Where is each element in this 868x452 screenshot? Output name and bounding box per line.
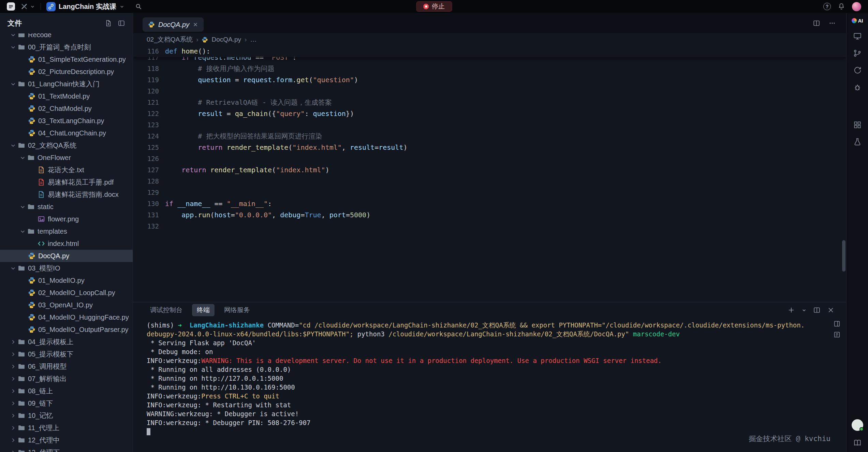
ai-assistant-icon[interactable]: AI [852,18,863,24]
tree-item[interactable]: 13_代理下 [0,446,133,452]
tree-item[interactable]: Recode [0,33,133,41]
code-line[interactable]: 129 [133,187,846,198]
tree-item[interactable]: 09_链下 [0,397,133,409]
panel-tab[interactable]: 调试控制台 [145,304,187,316]
sync-icon[interactable] [853,66,862,75]
tree-item[interactable]: 01_LangChain快速入门 [0,78,133,90]
tree-item[interactable]: OneFlower [0,151,133,164]
close-tab-icon[interactable] [193,22,198,27]
breadcrumb-item[interactable]: 02_文档QA系统 [147,35,193,44]
split-panel-icon[interactable] [813,306,821,314]
code-editor[interactable]: 117 if request.method == "POST":118 # 接收… [133,46,846,302]
app-menu-icon[interactable] [7,2,15,11]
scrollbar-thumb[interactable] [842,240,845,272]
help-icon[interactable]: ? [823,3,831,10]
new-terminal-icon[interactable] [788,306,795,314]
source-control-icon[interactable] [853,49,862,58]
collapse-explorer-icon[interactable] [118,19,125,27]
tree-item[interactable]: 易速鲜花运营指南.docx [0,188,133,201]
code-line[interactable]: 122 result = qa_chain({"query": question… [133,108,846,119]
tree-item[interactable]: 04_ModelIO_HuggingFace.py [0,311,133,323]
notifications-bell-icon[interactable] [838,3,845,10]
open-in-editor-icon[interactable] [833,320,841,327]
tree-item[interactable]: 易速鲜花员工手册.pdf [0,176,133,188]
stop-label: 停止 [432,2,445,11]
new-file-icon[interactable] [105,19,112,27]
tree-item[interactable]: 00_开篇词_奇点时刻 [0,41,133,53]
breadcrumb-item[interactable]: DocQA.py [211,36,241,43]
docs-book-icon[interactable] [853,438,862,447]
tree-item[interactable]: 03_模型IO [0,262,133,274]
user-avatar[interactable] [852,2,861,11]
tree-item[interactable]: 11_代理上 [0,422,133,434]
tree-item[interactable]: 10_记忆 [0,409,133,422]
terminal[interactable]: (shims) ➜ LangChain-shizhanke COMMAND="c… [133,318,846,452]
python-file-icon [148,21,155,28]
code-line[interactable]: 124 # 把大模型的回答结果返回网页进行渲染 [133,131,846,142]
account-avatar[interactable] [852,419,863,431]
code-line[interactable]: 130if __name__ == "__main__": [133,198,846,209]
tree-item[interactable]: 01_ModelIO.py [0,274,133,287]
tree-item[interactable]: DocQA.py [0,250,133,262]
code-line[interactable]: 131 app.run(host="0.0.0.0", debug=True, … [133,209,846,221]
code-line[interactable]: 120 [133,86,846,97]
code-line[interactable]: 119 question = request.form.get("questio… [133,74,846,86]
tree-item[interactable]: 05_ModelIO_OutputParser.py [0,323,133,336]
code-line[interactable]: 116def home(): [133,46,846,57]
code-line[interactable]: 125 return render_template("index.html",… [133,142,846,153]
tree-item[interactable]: 02_ModelIO_LoopCall.py [0,287,133,299]
ide-logo[interactable] [20,3,35,10]
tree-item-label: 09_链下 [28,399,53,408]
tree-item-label: static [38,203,54,211]
code-line[interactable]: 127 return render_template("index.html") [133,164,846,176]
tree-item[interactable]: 05_提示模板下 [0,348,133,360]
tree-item[interactable]: 04_提示模板上 [0,336,133,348]
stop-button[interactable]: 停止 [416,1,452,12]
tree-item[interactable]: 02_PictureDescription.py [0,65,133,78]
tree-item[interactable]: 02_文档QA系统 [0,139,133,151]
close-panel-icon[interactable] [827,306,835,314]
code-line[interactable]: 126 [133,153,846,164]
code-line[interactable]: 121 # RetrievalQA链 - 读入问题，生成答案 [133,97,846,108]
chevron-right-icon [10,388,16,394]
tree-item[interactable]: 06_调用模型 [0,360,133,373]
split-editor-icon[interactable] [813,19,820,27]
code-line[interactable]: 118 # 接收用户输入作为问题 [133,63,846,74]
more-actions-icon[interactable] [828,19,836,27]
tree-item[interactable]: 04_ChatLongChain.py [0,127,133,139]
editor-tab-docqa[interactable]: DocQA.py [143,17,204,32]
code-line[interactable]: 128 [133,176,846,187]
tree-item[interactable]: static [0,201,133,213]
panel-tab[interactable]: 网络服务 [219,304,255,316]
workspace-switcher[interactable]: LangChain 实战课 [46,2,124,11]
tree-item-label: OneFlower [38,154,71,162]
search-icon[interactable] [135,3,142,10]
tree-item[interactable]: 07_解析输出 [0,373,133,385]
panel-tab[interactable]: 终端 [192,304,215,316]
tree-item[interactable]: templates [0,225,133,237]
tree-item[interactable]: 03_OpenAI_IO.py [0,299,133,311]
code-line[interactable]: 132 [133,221,846,232]
tree-item[interactable]: 01_TextModel.py [0,90,133,102]
chevron-right-icon [10,400,16,406]
tree-item[interactable]: 花语大全.txt [0,164,133,176]
tree-item[interactable]: 01_SimpleTextGeneration.py [0,53,133,65]
beaker-icon[interactable] [853,137,862,146]
terminal-line: * Serving Flask app 'DocQA' [147,338,805,347]
terminal-dropdown-icon[interactable] [801,308,807,313]
extensions-icon[interactable] [853,120,862,129]
debug-icon[interactable] [853,83,862,92]
tree-item[interactable]: flower.png [0,213,133,225]
line-number: 122 [133,108,159,119]
tree-item[interactable]: 08_链上 [0,385,133,397]
code-line[interactable]: 123 [133,119,846,131]
breadcrumb-item[interactable]: … [250,36,256,43]
sticky-scroll-line[interactable]: 116def home(): [133,46,846,57]
tree-item[interactable]: 03_TextLangChain.py [0,115,133,127]
workspace-icon [46,2,56,11]
tree-item[interactable]: 02_ChatModel.py [0,102,133,115]
tree-item[interactable]: index.html [0,237,133,250]
terminal-tabs-view-icon[interactable] [833,331,841,338]
preview-monitor-icon[interactable] [853,32,862,41]
tree-item[interactable]: 12_代理中 [0,434,133,446]
